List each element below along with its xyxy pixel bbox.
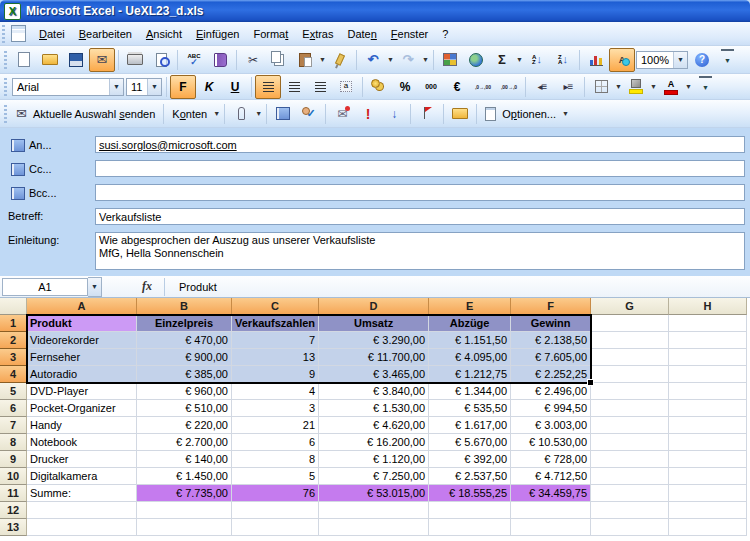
align-left-button[interactable] [255, 75, 281, 99]
font-color-button[interactable] [658, 75, 684, 99]
cell-H12[interactable] [669, 502, 747, 519]
cell-D11[interactable]: € 53.015,00 [319, 485, 429, 502]
row-header-7[interactable]: 7 [0, 417, 27, 434]
chart-wizard-button[interactable] [583, 48, 609, 72]
priority-low-button[interactable] [381, 102, 407, 126]
options-dropdown-button[interactable]: ▼ [561, 103, 570, 125]
column-header-E[interactable]: E [429, 298, 511, 315]
save-button[interactable] [63, 48, 89, 72]
cell-F5[interactable]: € 2.496,00 [511, 383, 591, 400]
bold-button[interactable]: F [170, 75, 196, 99]
accounts-dropdown-button[interactable]: ▼ [212, 103, 221, 125]
drawing-button[interactable] [609, 48, 635, 72]
cell-G5[interactable] [591, 383, 669, 400]
currency-style-button[interactable] [366, 75, 392, 99]
cell-B12[interactable] [137, 502, 232, 519]
print-button[interactable] [122, 48, 148, 72]
email-button[interactable] [89, 48, 115, 72]
standard-toolbar-handle[interactable] [4, 51, 7, 69]
menu-item-help[interactable]: ? [435, 24, 455, 44]
cell-A9[interactable]: Drucker [27, 451, 137, 468]
cell-A7[interactable]: Handy [27, 417, 137, 434]
sort-descending-button[interactable] [550, 48, 576, 72]
column-header-F[interactable]: F [511, 298, 591, 315]
fill-color-dropdown-button[interactable]: ▼ [649, 76, 658, 98]
fill-color-button[interactable] [623, 75, 649, 99]
copy-button[interactable] [266, 48, 292, 72]
cell-H4[interactable] [669, 366, 747, 383]
cell-F9[interactable]: € 728,00 [511, 451, 591, 468]
cell-H8[interactable] [669, 434, 747, 451]
toolbar-options-button[interactable]: ▼ [721, 49, 734, 71]
cell-G1[interactable] [591, 315, 669, 332]
bcc-input[interactable] [95, 184, 745, 201]
cell-C12[interactable] [232, 502, 319, 519]
priority-high-button[interactable] [355, 102, 381, 126]
redo-dropdown-button[interactable]: ▼ [421, 49, 430, 71]
cell-D6[interactable]: € 1.530,00 [319, 400, 429, 417]
cell-G12[interactable] [591, 502, 669, 519]
cell-B7[interactable]: € 220,00 [137, 417, 232, 434]
cell-C9[interactable]: 8 [232, 451, 319, 468]
email-toolbar-handle[interactable] [4, 105, 7, 123]
formatting-toolbar-handle[interactable] [4, 78, 7, 96]
menu-item-daten[interactable]: Daten [340, 24, 383, 44]
undo-dropdown-button[interactable]: ▼ [386, 49, 395, 71]
new-button[interactable] [11, 48, 37, 72]
align-center-button[interactable] [281, 75, 307, 99]
format-painter-button[interactable] [327, 48, 353, 72]
euro-style-button[interactable]: € [444, 75, 470, 99]
cell-H11[interactable] [669, 485, 747, 502]
cell-D7[interactable]: € 4.620,00 [319, 417, 429, 434]
fill-handle[interactable] [587, 379, 594, 386]
row-header-1[interactable]: 1 [0, 315, 27, 332]
name-box[interactable]: A1 [2, 278, 88, 296]
zoom-dropdown[interactable]: ▼ [673, 52, 687, 68]
accounts-button[interactable]: Konten [167, 102, 212, 126]
undo-button[interactable] [360, 48, 386, 72]
decrease-indent-button[interactable] [529, 75, 555, 99]
research-button[interactable] [207, 48, 233, 72]
align-right-button[interactable] [307, 75, 333, 99]
follow-up-flag-button[interactable] [414, 102, 440, 126]
cell-G7[interactable] [591, 417, 669, 434]
message-flag-button[interactable] [329, 102, 355, 126]
cell-D8[interactable]: € 16.200,00 [319, 434, 429, 451]
cell-G6[interactable] [591, 400, 669, 417]
increase-decimal-button[interactable] [470, 75, 496, 99]
autosum-dropdown-button[interactable]: ▼ [515, 49, 524, 71]
column-header-C[interactable]: C [232, 298, 319, 315]
font-color-dropdown-button[interactable]: ▼ [684, 76, 693, 98]
row-header-2[interactable]: 2 [0, 332, 27, 349]
menu-item-einfuegen[interactable]: Einfügen [189, 24, 246, 44]
cell-E7[interactable]: € 1.617,00 [429, 417, 511, 434]
cell-C10[interactable]: 5 [232, 468, 319, 485]
cell-G9[interactable] [591, 451, 669, 468]
cell-E11[interactable]: € 18.555,25 [429, 485, 511, 502]
cell-H1[interactable] [669, 315, 747, 332]
cell-G3[interactable] [591, 349, 669, 366]
cell-B6[interactable]: € 510,00 [137, 400, 232, 417]
cell-H2[interactable] [669, 332, 747, 349]
cell-F8[interactable]: € 10.530,00 [511, 434, 591, 451]
cell-G2[interactable] [591, 332, 669, 349]
cell-C5[interactable]: 4 [232, 383, 319, 400]
open-button[interactable] [37, 48, 63, 72]
subject-input[interactable] [95, 208, 745, 225]
cc-input[interactable] [95, 160, 745, 177]
cell-F7[interactable]: € 3.003,00 [511, 417, 591, 434]
create-folder-button[interactable] [447, 102, 473, 126]
cell-E5[interactable]: € 1.344,00 [429, 383, 511, 400]
cell-H9[interactable] [669, 451, 747, 468]
cell-F12[interactable] [511, 502, 591, 519]
italic-button[interactable]: K [196, 75, 222, 99]
euro-conversion-button[interactable] [437, 48, 463, 72]
menu-item-format[interactable]: Format [246, 24, 295, 44]
cell-C6[interactable]: 3 [232, 400, 319, 417]
options-button[interactable]: Optionen... [480, 102, 561, 126]
cell-G4[interactable] [591, 366, 669, 383]
cell-F11[interactable]: € 34.459,75 [511, 485, 591, 502]
cell-B9[interactable]: € 140,00 [137, 451, 232, 468]
cell-A10[interactable]: Digitalkamera [27, 468, 137, 485]
cell-F6[interactable]: € 994,50 [511, 400, 591, 417]
